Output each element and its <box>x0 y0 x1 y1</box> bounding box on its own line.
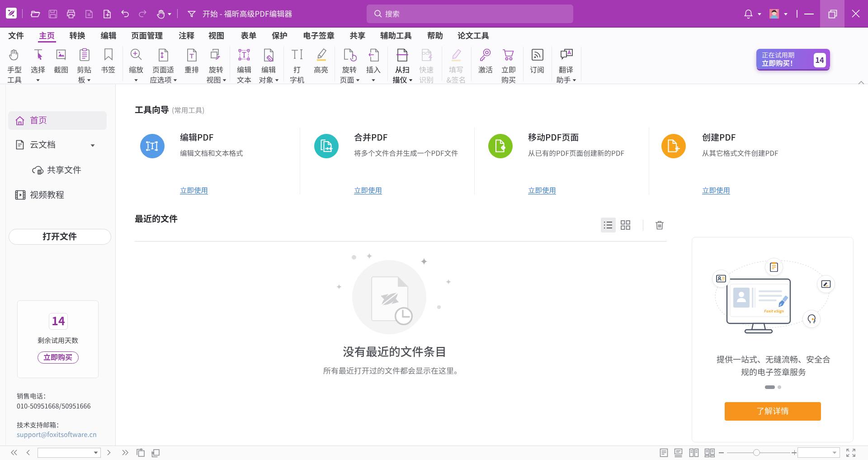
svg-text:OCR: OCR <box>422 51 432 56</box>
